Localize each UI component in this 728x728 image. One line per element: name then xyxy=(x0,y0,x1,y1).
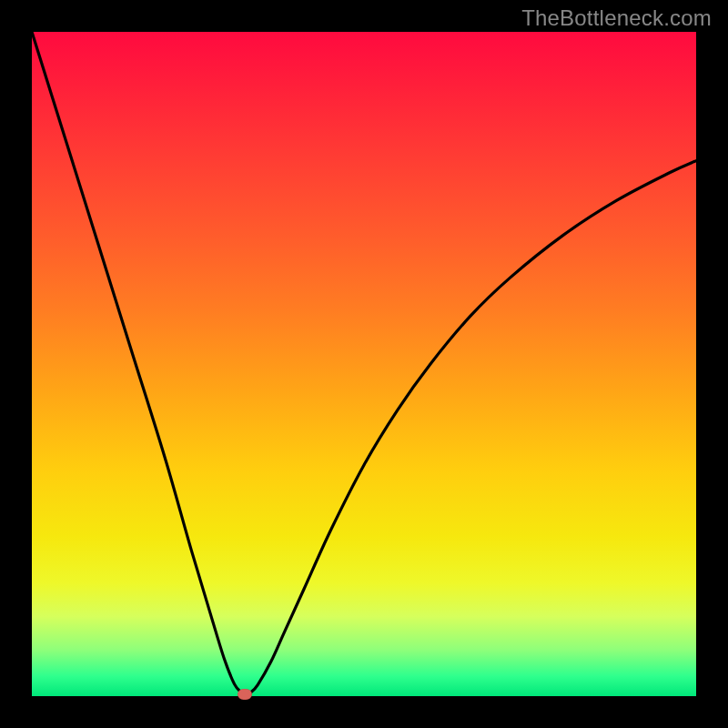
bottleneck-curve xyxy=(32,32,696,696)
watermark-text: TheBottleneck.com xyxy=(521,5,712,31)
optimal-point-marker xyxy=(238,689,252,700)
chart-plot-area xyxy=(32,32,696,696)
chart-frame: TheBottleneck.com xyxy=(0,0,728,728)
